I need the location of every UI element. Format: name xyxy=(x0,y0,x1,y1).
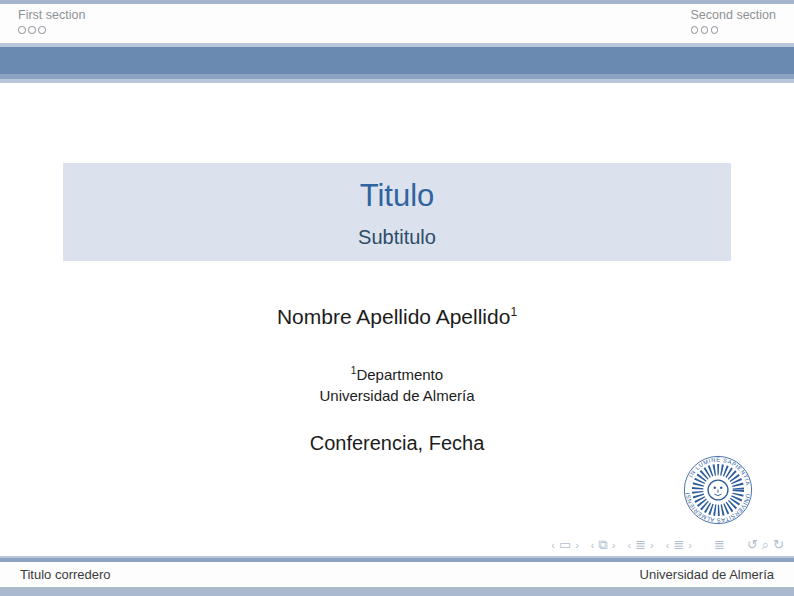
institute-department-line: 1Departmento xyxy=(0,360,794,385)
nav-next-slide-icon[interactable]: › xyxy=(575,538,579,552)
footer-short-title: Titulo corredero xyxy=(20,562,111,587)
author-footnote-mark: 1 xyxy=(510,305,517,319)
appendix-nav-group: ≣ xyxy=(714,538,725,552)
slide-nav-group: ‹ ▭ › xyxy=(551,538,579,552)
title-box: Titulo Subtitulo xyxy=(63,163,731,261)
mini-frame-dot[interactable] xyxy=(38,26,46,34)
section-nav-second: Second section xyxy=(691,8,776,34)
section-label-first[interactable]: First section xyxy=(18,8,85,23)
nav-prev-subsection-icon[interactable]: ‹ xyxy=(628,538,632,552)
footer-institution: Universidad de Almería xyxy=(640,562,774,587)
nav-prev-frame-icon[interactable]: ‹ xyxy=(591,538,595,552)
nav-subsection-icon[interactable]: ≣ xyxy=(635,538,646,552)
institute-department: Departmento xyxy=(356,366,443,383)
mini-frame-dots-first xyxy=(18,26,85,34)
history-nav-group: ↺ ⌕ ↻ xyxy=(747,538,784,552)
seal-face-eye xyxy=(720,486,722,488)
author-line: Nombre Apellido Apellido1 xyxy=(0,299,794,330)
navigation-symbols-bar: ‹ ▭ › ‹ ⧉ › ‹ ≣ › ‹ ≣ › ≣ ↺ ⌕ ↻ xyxy=(539,537,784,553)
header-navigation-band: First section Second section xyxy=(0,4,794,43)
mini-frame-dot[interactable] xyxy=(18,26,26,34)
institute-university: Universidad de Almería xyxy=(0,385,794,406)
nav-prev-section-icon[interactable]: ‹ xyxy=(666,538,670,552)
nav-slide-icon[interactable]: ▭ xyxy=(559,538,571,552)
author-name: Nombre Apellido Apellido xyxy=(277,305,510,328)
mini-frame-dots-second xyxy=(691,26,776,34)
university-seal-logo: IN LUMINE SAPIENTIA UNIVERSITAS ALMERIEN… xyxy=(682,454,754,526)
nav-back-icon[interactable]: ↺ xyxy=(747,538,758,552)
slide-title: Titulo xyxy=(63,176,731,216)
section-nav-group: ‹ ≣ › xyxy=(666,538,692,552)
nav-appendix-icon[interactable]: ≣ xyxy=(714,538,725,552)
mini-frame-dot[interactable] xyxy=(711,26,719,34)
footer-bottom-strip xyxy=(0,587,794,596)
nav-find-icon[interactable]: ⌕ xyxy=(762,538,769,552)
subsection-nav-group: ‹ ≣ › xyxy=(628,538,654,552)
conference-date-line: Conferencia, Fecha xyxy=(0,430,794,456)
mini-frame-dot[interactable] xyxy=(691,26,699,34)
header-bottom-line xyxy=(0,79,794,83)
frame-nav-group: ‹ ⧉ › xyxy=(591,538,616,552)
footer: Titulo corredero Universidad de Almería xyxy=(0,556,794,596)
institute-block: 1Departmento Universidad de Almería xyxy=(0,360,794,406)
nav-next-section-icon[interactable]: › xyxy=(688,538,692,552)
slide-subtitle: Subtitulo xyxy=(63,222,731,252)
section-nav-first: First section xyxy=(18,8,85,34)
nav-frame-icon[interactable]: ⧉ xyxy=(599,538,608,552)
header-main-bar xyxy=(0,47,794,74)
beamer-title-slide: First section Second section Titulo Subt… xyxy=(0,0,794,596)
nav-next-frame-icon[interactable]: › xyxy=(612,538,616,552)
mini-frame-dot[interactable] xyxy=(28,26,36,34)
nav-prev-slide-icon[interactable]: ‹ xyxy=(551,538,555,552)
nav-section-icon[interactable]: ≣ xyxy=(673,538,684,552)
section-label-second[interactable]: Second section xyxy=(691,8,776,23)
nav-forward-icon[interactable]: ↻ xyxy=(773,538,784,552)
seal-face-eye xyxy=(714,486,716,488)
mini-frame-dot[interactable] xyxy=(701,26,709,34)
footer-text-band: Titulo corredero Universidad de Almería xyxy=(0,562,794,587)
nav-next-subsection-icon[interactable]: › xyxy=(650,538,654,552)
